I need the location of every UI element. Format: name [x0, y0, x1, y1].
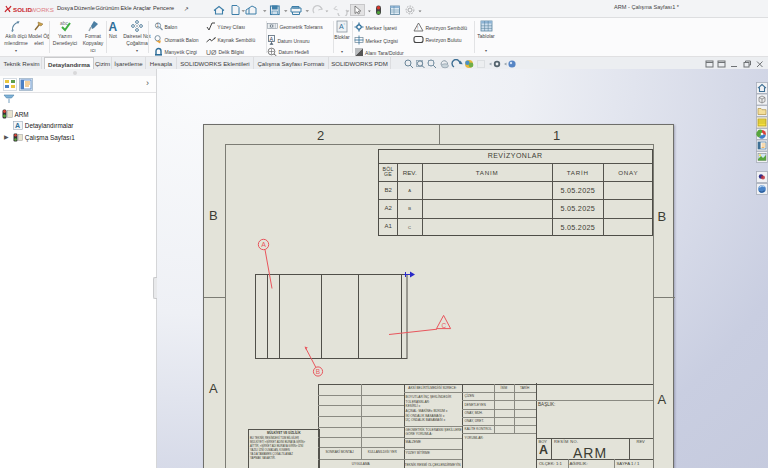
- svg-text:B: B: [316, 368, 320, 375]
- svg-text:A: A: [270, 35, 274, 41]
- svg-text:!: !: [417, 25, 418, 31]
- svg-text:C: C: [441, 322, 446, 329]
- svg-text:A: A: [261, 241, 266, 248]
- svg-text:A: A: [15, 122, 20, 129]
- svg-text:A: A: [108, 20, 117, 32]
- svg-text:UØ: UØ: [206, 49, 217, 56]
- svg-text:WORKS: WORKS: [31, 6, 54, 13]
